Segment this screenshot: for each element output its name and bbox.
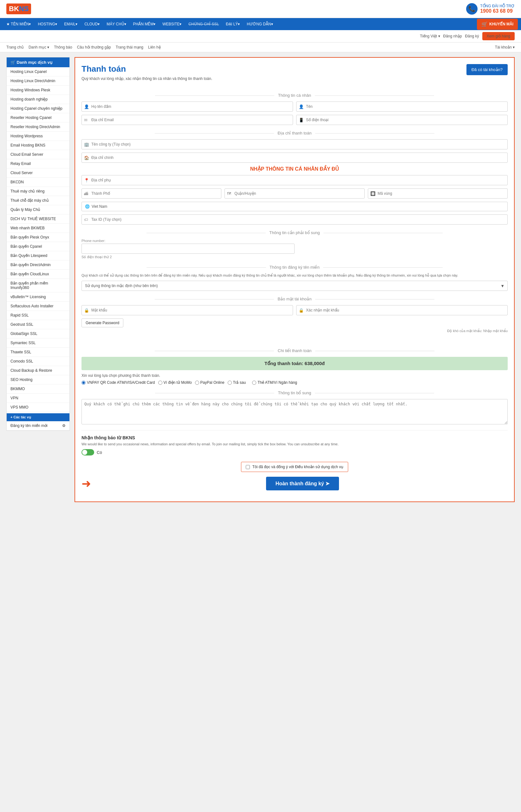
breadcrumb-category[interactable]: Danh mục ▾ — [28, 45, 49, 49]
payment-option-tro-sau[interactable]: Trả sau — [228, 380, 246, 385]
sidebar-item-quan-ly-may-chu[interactable]: Quản lý Máy Chủ — [7, 205, 69, 215]
nav-may-chu[interactable]: MÁY CHỦ▾ — [104, 18, 129, 30]
sidebar-item-symantec-ssl[interactable]: Symantec SSL — [7, 338, 69, 348]
sidebar-item-vbulletin[interactable]: vBulletin™ Licensing — [7, 292, 69, 302]
payment-option-the-atm[interactable]: Thẻ ATM/Ví Ngân hàng — [252, 380, 297, 385]
breadcrumb-news[interactable]: Thông báo — [54, 45, 72, 49]
nav-email[interactable]: EMAIL▾ — [61, 18, 81, 30]
newsletter-toggle-label: Có — [97, 450, 102, 455]
sidebar-item-directadmin[interactable]: Bản quyền DirectAdmin — [7, 261, 69, 270]
phone-number-input[interactable] — [82, 244, 295, 254]
sidebar-item-cloud-backup[interactable]: Cloud Backup & Restore — [7, 366, 69, 375]
sidebar-item-thawte-ssl[interactable]: Thawte SSL — [7, 348, 69, 357]
sidebar-item-vps-mmo[interactable]: VPS MMO — [7, 403, 69, 412]
section-address-info: Địa chỉ thanh toán — [82, 131, 508, 135]
sidebar-item-vpn[interactable]: VPN — [7, 393, 69, 403]
payment-radio-paypal[interactable] — [195, 381, 199, 385]
sidebar-item-hosting-wordpress[interactable]: Hosting Wordpress — [7, 132, 69, 141]
login-link[interactable]: Đăng nhập — [443, 34, 462, 38]
address1-row: 🏠 — [82, 153, 508, 163]
sidebar-item-cpanel-license[interactable]: Bản quyền Cpanel — [7, 242, 69, 251]
sidebar-item-thue-may-chu[interactable]: Thuê máy chủ riêng — [7, 187, 69, 196]
address2-row: 📍 — [82, 175, 508, 185]
sidebar-item-litespeed[interactable]: Bản Quyền Litespeed — [7, 251, 69, 261]
sidebar-item-hosting-doanh-nghiep[interactable]: Hosting doanh nghiệp — [7, 95, 69, 104]
taxid-input[interactable] — [82, 215, 508, 225]
sidebar-item-softaculous[interactable]: Softaculous Auto Installer — [7, 302, 69, 311]
fullname-input[interactable] — [82, 102, 293, 112]
zipcode-input[interactable] — [368, 188, 508, 199]
breadcrumb-home[interactable]: Trang chủ — [6, 45, 24, 49]
payment-option-vnpay[interactable]: VNPAY QR Code ATM/VISA/Credit Card — [82, 380, 155, 385]
sidebar-item-geotrust-ssl[interactable]: Geotrust SSL — [7, 320, 69, 329]
nav-ssl[interactable]: CHỨNG CHỈ SSL — [185, 18, 222, 30]
payment-option-vi[interactable]: Ví điện tử MoMo — [158, 380, 192, 385]
extra-textarea[interactable] — [82, 399, 508, 424]
nav-website[interactable]: WEBSITE▾ — [159, 18, 185, 30]
address1-input[interactable] — [82, 153, 508, 163]
title-row: Thanh toán Quý khách vui lòng nhập, xác … — [82, 64, 508, 87]
payment-option-paypal[interactable]: PayPal Online — [195, 380, 225, 385]
sidebar-item-cloudlinux[interactable]: Bản quyền CloudLinux — [7, 270, 69, 279]
sidebar-item-thue-website[interactable]: DỊCH VỤ THUÊ WEBSITE — [7, 215, 69, 224]
sidebar-item-register-domain[interactable]: Đăng ký tên miền mới ⚙ — [7, 421, 69, 430]
terms-checkbox[interactable] — [246, 465, 250, 469]
sidebar-item-bkcdn[interactable]: BKCDN — [7, 178, 69, 187]
sidebar-item-cloud-email[interactable]: Cloud Email Server — [7, 150, 69, 159]
submit-button[interactable]: Hoàn thành đăng ký ➤ — [266, 477, 339, 490]
language-select[interactable]: Tiếng Việt ▾ — [420, 34, 440, 38]
password-input[interactable] — [82, 305, 293, 315]
payment-radio-vnpay[interactable] — [82, 381, 86, 385]
sidebar-item-relay-email[interactable]: Relay Email — [7, 159, 69, 168]
sidebar-item-reseller-da[interactable]: Reseller Hosting DirectAdmin — [7, 122, 69, 132]
nav-phan-mem[interactable]: PHẦN MỀM▾ — [130, 18, 159, 30]
sidebar-item-reseller-cpanel[interactable]: Reseller Hosting Cpanel — [7, 113, 69, 122]
register-link[interactable]: Đăng ký — [465, 34, 479, 38]
sidebar-item-email-hosting[interactable]: Email Hosting BKNS — [7, 141, 69, 150]
payment-label-vi: Ví điện tử MoMo — [164, 380, 192, 385]
sidebar-item-hosting-linux-da[interactable]: Hosting Linux DirectAdmin — [7, 76, 69, 86]
nav-huong-dan[interactable]: HƯỚNG DẪN▾ — [244, 18, 276, 30]
sidebar-item-hosting-linux-cpanel[interactable]: Hosting Linux Cpanel — [7, 67, 69, 76]
cart-icon: 🛒 — [481, 21, 488, 27]
domain-dropdown[interactable]: Sử dụng thông tin mặc định (như bên trên… — [82, 281, 508, 291]
payment-radio-vi[interactable] — [158, 381, 162, 385]
promo-button[interactable]: 🛒 KHUYẾN MÃI — [477, 19, 518, 30]
payment-radio-the-atm[interactable] — [252, 381, 256, 385]
newsletter-toggle[interactable] — [82, 449, 94, 455]
sidebar-item-seo-hosting[interactable]: SEO Hosting — [7, 375, 69, 384]
payment-radio-tro-sau[interactable] — [228, 381, 232, 385]
phone-input[interactable] — [296, 115, 508, 125]
breadcrumb-status[interactable]: Trang thái mạng — [116, 45, 143, 49]
nav-ten-mien[interactable]: ★ TÊN MIỀN▾ — [3, 18, 34, 30]
company-input[interactable] — [82, 139, 508, 150]
breadcrumb-contact[interactable]: Liên hệ — [148, 45, 161, 49]
sidebar-item-hosting-cpanel-pro[interactable]: Hosting Cpanel chuyên nghiệp — [7, 104, 69, 113]
confirm-password-input[interactable] — [296, 305, 508, 315]
sidebar-item-hosting-windows-plesk[interactable]: Hosting Windows Plesk — [7, 86, 69, 95]
address2-input[interactable] — [82, 175, 508, 185]
nav-cloud[interactable]: CLOUD▾ — [81, 18, 103, 30]
submit-section: Tôi đã đọc và đồng ý với Điều khoản sử d… — [82, 462, 508, 490]
sidebar-item-web-nhanh[interactable]: Web nhanh BKWEB — [7, 224, 69, 233]
sidebar-item-plesk-onyx[interactable]: Bản quyền Plesk Onyx — [7, 233, 69, 242]
nav-dai-ly[interactable]: ĐẠI LÝ▾ — [223, 18, 243, 30]
breadcrumb-account[interactable]: Tài khoản ▾ — [495, 45, 515, 49]
section-personal-info: Thông tin cá nhân — [82, 93, 508, 98]
generate-password-button[interactable]: Generate Password — [82, 318, 123, 328]
sidebar-item-imunify360[interactable]: Bản quyền phần mềm Imunify360 — [7, 279, 69, 292]
sidebar-item-cloud-server[interactable]: Cloud Server — [7, 168, 69, 178]
sidebar-item-rapid-ssl[interactable]: Rapid SSL — [7, 311, 69, 320]
nav-hosting[interactable]: HOSTING▾ — [35, 18, 60, 30]
has-account-button[interactable]: Đã có tài khoản? — [467, 64, 508, 75]
breadcrumb-faq[interactable]: Câu hỏi thường gặp — [77, 45, 111, 49]
city-input[interactable] — [82, 188, 221, 199]
lastname-input[interactable] — [296, 102, 508, 112]
cart-button[interactable]: Xem giỏ hàng — [482, 32, 515, 40]
district-input[interactable] — [225, 188, 364, 199]
email-input[interactable] — [82, 115, 293, 125]
sidebar-item-globalsign-ssl[interactable]: GlobalSign SSL — [7, 329, 69, 338]
sidebar-item-bkmmo[interactable]: BKMMО — [7, 384, 69, 393]
sidebar-item-comodo-ssl[interactable]: Comodo SSL — [7, 357, 69, 366]
sidebar-item-cho-dat-may-chu[interactable]: Thuê chỗ đặt máy chủ — [7, 196, 69, 205]
